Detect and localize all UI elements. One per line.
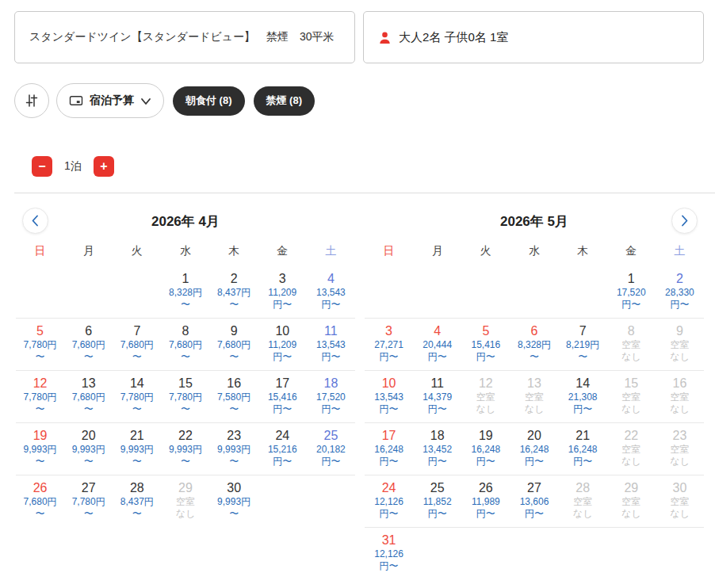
day-price: 9,993円: [64, 444, 113, 456]
calendar-day-cell[interactable]: 57,780円〜: [16, 323, 64, 363]
calendar-day-cell[interactable]: 2116,248円〜: [559, 428, 607, 468]
budget-filter-button[interactable]: 宿泊予算: [56, 83, 164, 118]
calendar-day-cell[interactable]: 277,780円〜: [64, 480, 113, 520]
calendar-day-cell[interactable]: 1817,520円〜: [307, 376, 355, 415]
calendar-day-cell[interactable]: 199,993円〜: [16, 428, 64, 468]
day-price-suffix: 円〜: [559, 456, 607, 468]
nights-stepper: − 1泊 +: [32, 156, 715, 177]
calendar-day-cell[interactable]: 157,780円〜: [161, 376, 209, 415]
day-price: 21,308: [559, 391, 607, 403]
day-number: 28: [559, 480, 607, 496]
calendar-day-cell[interactable]: 420,444円〜: [413, 323, 461, 363]
day-number: 4: [413, 323, 461, 339]
calendar-day-cell[interactable]: 3112,126円〜: [365, 533, 413, 572]
no-vacancy-label: 空室: [607, 444, 656, 456]
calendar-day-cell[interactable]: 2412,126円〜: [365, 480, 413, 520]
calendar-day-cell[interactable]: 228,330円〜: [656, 271, 704, 311]
calendar-day-cell[interactable]: 127,780円〜: [16, 376, 64, 415]
calendar-day-cell[interactable]: 87,680円〜: [161, 323, 209, 363]
calendar-day-cell[interactable]: 239,993円〜: [210, 428, 258, 468]
day-number: 21: [559, 428, 607, 444]
day-price: 9,993円: [16, 444, 64, 456]
calendar-day-cell[interactable]: 77,680円〜: [113, 323, 161, 363]
calendar-day-cell[interactable]: 413,543円〜: [307, 271, 355, 311]
calendar-day-cell[interactable]: 167,580円〜: [210, 376, 258, 415]
day-price: 7,780円: [64, 496, 113, 508]
room-type-select[interactable]: スタンダードツイン【スタンダードビュー】 禁煙 30平米: [14, 11, 355, 63]
calendar-day-cell[interactable]: 267,680円〜: [16, 480, 64, 520]
calendar-day-cell[interactable]: 1421,308円〜: [559, 376, 607, 415]
day-price-suffix: 円〜: [365, 351, 413, 363]
calendar-day-cell[interactable]: 67,680円〜: [64, 323, 113, 363]
guest-label: 大人2名 子供0名 1室: [399, 30, 508, 45]
no-vacancy-label: 空室: [656, 339, 704, 351]
calendar-day-cell[interactable]: 2611,989円〜: [461, 480, 510, 520]
calendar-day-cell[interactable]: 311,209円〜: [258, 271, 307, 311]
calendar-day-cell[interactable]: 209,993円〜: [64, 428, 113, 468]
guest-select[interactable]: 大人2名 子供0名 1室: [363, 11, 704, 63]
calendar-day-cell[interactable]: 97,680円〜: [210, 323, 258, 363]
calendar-day-cell[interactable]: 2415,216円〜: [258, 428, 307, 468]
calendar-day-cell[interactable]: 18,328円〜: [161, 271, 209, 311]
day-price-suffix: 〜: [64, 456, 113, 468]
no-vacancy-label: 空室: [161, 496, 209, 508]
empty-cell: [510, 271, 558, 311]
filter-settings-button[interactable]: [14, 83, 49, 118]
calendar-day-cell[interactable]: 1716,248円〜: [365, 428, 413, 468]
empty-cell: [413, 271, 461, 311]
weekday-label: 月: [413, 244, 461, 258]
day-price: 12,126: [365, 548, 413, 560]
budget-filter-label: 宿泊予算: [90, 94, 134, 108]
calendar-day-cell[interactable]: 1113,543円〜: [307, 323, 355, 363]
calendar-day-cell[interactable]: 2016,248円〜: [510, 428, 558, 468]
calendar-day-cell[interactable]: 68,328円〜: [510, 323, 558, 363]
week-row: 1716,248円〜1813,452円〜1916,248円〜2016,248円〜…: [365, 423, 704, 475]
empty-cell: [16, 271, 64, 311]
day-price: 11,852: [413, 496, 461, 508]
day-price-suffix: 〜: [210, 456, 258, 468]
calendar-day-cell[interactable]: 1813,452円〜: [413, 428, 461, 468]
empty-cell: [413, 533, 461, 572]
calendar-day-cell[interactable]: 515,416円〜: [461, 323, 510, 363]
calendar-day-cell[interactable]: 1916,248円〜: [461, 428, 510, 468]
day-price: 7,780円: [161, 391, 209, 403]
calendar-day-cell[interactable]: 1114,379円〜: [413, 376, 461, 415]
calendar-day-cell[interactable]: 28,437円〜: [210, 271, 258, 311]
calendar-day-cell[interactable]: 2520,182円〜: [307, 428, 355, 468]
weekday-label: 土: [656, 244, 704, 258]
decrease-nights-button[interactable]: −: [32, 156, 52, 177]
chevron-right-icon: [680, 214, 689, 227]
breakfast-filter-chip[interactable]: 朝食付 (8): [173, 86, 245, 116]
calendar-day-cell[interactable]: 1013,543円〜: [365, 376, 413, 415]
calendar-day-cell[interactable]: 288,437円〜: [113, 480, 161, 520]
prev-month-button[interactable]: [22, 208, 48, 234]
calendar-day-cell: 16空室なし: [656, 376, 704, 415]
calendar-day-cell: 8空室なし: [607, 323, 656, 363]
weeks-grid: 18,328円〜28,437円〜311,209円〜413,543円〜57,780…: [16, 266, 355, 527]
calendar-day-cell[interactable]: 2713,606円〜: [510, 480, 558, 520]
day-price: 16,248: [510, 444, 558, 456]
calendar-month: 2026年 4月日月火水木金土18,328円〜28,437円〜311,209円〜…: [16, 193, 355, 579]
next-month-button[interactable]: [671, 208, 698, 234]
calendar-day-cell[interactable]: 229,993円〜: [161, 428, 209, 468]
day-price-suffix: 円〜: [413, 403, 461, 415]
calendar-day-cell[interactable]: 2511,852円〜: [413, 480, 461, 520]
day-price-suffix: 〜: [113, 351, 161, 363]
calendar-day-cell[interactable]: 137,680円〜: [64, 376, 113, 415]
calendar-day-cell[interactable]: 219,993円〜: [113, 428, 161, 468]
calendar-day-cell[interactable]: 327,271円〜: [365, 323, 413, 363]
calendar-day-cell[interactable]: 78,219円〜: [559, 323, 607, 363]
calendar-day-cell[interactable]: 147,780円〜: [113, 376, 161, 415]
day-price-suffix: 〜: [559, 351, 607, 363]
nonsmoking-filter-chip[interactable]: 禁煙 (8): [254, 86, 315, 116]
day-number: 23: [656, 428, 704, 444]
calendar-day-cell[interactable]: 117,520円〜: [607, 271, 656, 311]
calendar-day-cell[interactable]: 309,993円〜: [210, 480, 258, 520]
increase-nights-button[interactable]: +: [94, 156, 114, 177]
calendar-day-cell[interactable]: 1011,209円〜: [258, 323, 307, 363]
day-price-suffix: 〜: [510, 351, 558, 363]
day-number: 2: [656, 271, 704, 287]
calendar-day-cell[interactable]: 1715,416円〜: [258, 376, 307, 415]
weekday-label: 土: [307, 244, 355, 258]
day-price-suffix: 円〜: [258, 456, 307, 468]
